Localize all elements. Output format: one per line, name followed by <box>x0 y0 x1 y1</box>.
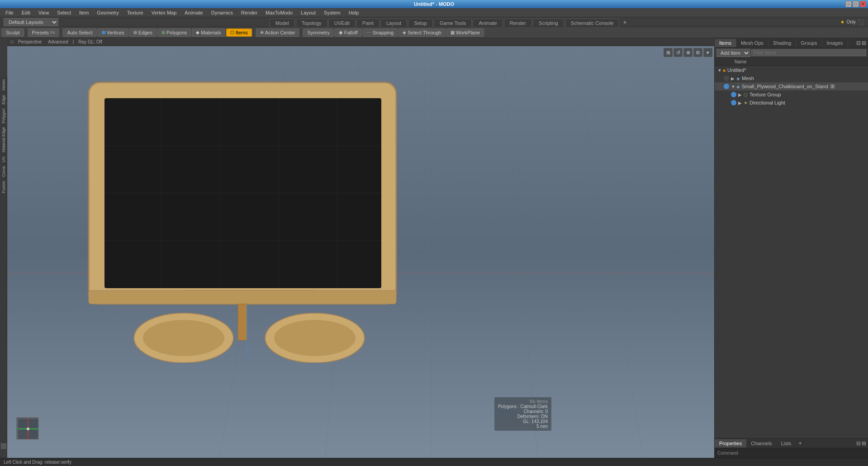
menu-dynamics[interactable]: Dynamics <box>208 9 237 16</box>
tab-game-tools[interactable]: Game Tools <box>434 19 472 27</box>
tab-model[interactable]: Model <box>270 19 295 27</box>
vert-tab-polygon[interactable]: Polygon <box>1 106 6 125</box>
menu-layout[interactable]: Layout <box>297 9 319 16</box>
rb-tab-properties[interactable]: Properties <box>715 439 746 447</box>
menu-help[interactable]: Help <box>345 9 363 16</box>
tab-uvedit[interactable]: UVEdit <box>328 19 356 27</box>
rp-expand-right[interactable]: ⊞ <box>862 40 866 46</box>
vertices-button[interactable]: Vertices <box>98 29 128 37</box>
vp-icon-settings[interactable]: ⚙ <box>693 48 702 57</box>
rp-tab-items[interactable]: Items <box>715 39 736 47</box>
tab-paint[interactable]: Paint <box>356 19 379 27</box>
items-button[interactable]: ⬡ Items <box>226 29 252 37</box>
item-directional-light[interactable]: ▶ ☀ Directional Light <box>715 99 868 107</box>
rp-tab-images[interactable]: Images <box>822 39 848 47</box>
workplane-button[interactable]: ▦ WorkPlane <box>446 29 484 37</box>
expand-untitled[interactable]: ▼ <box>717 68 722 73</box>
rp-expand-left[interactable]: ⊟ <box>856 40 861 46</box>
select-through-button[interactable]: ◈ Select Through <box>398 29 445 37</box>
vp-icon-refresh[interactable]: ↺ <box>674 48 683 57</box>
menu-maxtomodo[interactable]: MaxToModo <box>262 9 296 16</box>
vp-advanced[interactable]: Advanced <box>46 39 70 45</box>
edges-button[interactable]: Edges <box>129 29 157 37</box>
polygons-button[interactable]: Polygons <box>157 29 191 37</box>
minimize-button[interactable]: ─ <box>845 1 852 7</box>
tab-render[interactable]: Render <box>504 19 532 27</box>
rb-tab-channels[interactable]: Channels <box>746 439 776 447</box>
vert-tab-material[interactable]: Material Edge <box>1 125 6 154</box>
action-center-button[interactable]: ⊕ Action Center <box>256 29 299 37</box>
vp-icon-more[interactable]: ▾ <box>703 48 712 57</box>
tab-animate[interactable]: Animate <box>473 19 503 27</box>
vp-ray-gl[interactable]: Ray GL: Off <box>76 39 104 45</box>
rp-tab-groups[interactable]: Groups <box>796 39 822 47</box>
presets-label: Presets <box>32 30 49 35</box>
vis-directional-light[interactable] <box>731 100 736 105</box>
vis-chalkboard[interactable] <box>724 84 729 89</box>
close-button[interactable]: ✕ <box>860 1 866 7</box>
tab-topology[interactable]: Topology <box>296 19 327 27</box>
menu-animate[interactable]: Animate <box>181 9 206 16</box>
vp-perspective[interactable]: Perspective <box>16 39 43 45</box>
vp-icon-camera[interactable]: ⊞ <box>664 48 673 57</box>
expand-icon[interactable]: ⬛ <box>858 19 864 25</box>
rp-tab-mesh-ops[interactable]: Mesh Ops <box>736 39 768 47</box>
vert-tab-fusion[interactable]: Fusion <box>1 179 6 195</box>
item-mesh[interactable]: ▶ ◈ Mesh <box>715 74 868 82</box>
menu-select[interactable]: Select <box>53 9 75 16</box>
menu-edit[interactable]: Edit <box>18 9 34 16</box>
vis-mesh[interactable] <box>724 76 729 81</box>
vert-tab-edge[interactable]: Edge <box>1 93 6 106</box>
menu-view[interactable]: View <box>35 9 53 16</box>
expand-mesh[interactable]: ▶ <box>731 76 735 81</box>
auto-select-button[interactable]: Auto Select <box>63 29 96 37</box>
tab-scripting[interactable]: Scripting <box>533 19 564 27</box>
tab-setup[interactable]: Setup <box>408 19 433 27</box>
filter-items-input[interactable] <box>751 49 866 56</box>
layout-dropdown[interactable]: Default Layouts <box>4 18 58 26</box>
tab-schematic[interactable]: Schematic Console <box>565 19 620 27</box>
viewport[interactable]: ⊞ Perspective Advanced | Ray GL: Off <box>7 38 714 458</box>
vert-bottom-icon[interactable] <box>1 443 6 449</box>
tab-layout[interactable]: Layout <box>380 19 407 27</box>
rb-expand-right[interactable]: ⊞ <box>862 440 866 447</box>
rb-add-tab[interactable]: + <box>796 438 805 448</box>
menu-item[interactable]: Item <box>76 9 92 16</box>
menu-vertex-map[interactable]: Vertex Map <box>148 9 180 16</box>
rp-tab-shading[interactable]: Shading <box>768 39 796 47</box>
menu-render[interactable]: Render <box>237 9 261 16</box>
mesh-label: Mesh <box>742 76 754 81</box>
materials-button[interactable]: ◆ Materials <box>192 29 225 37</box>
item-texture-group[interactable]: ▶ ⬡ Texture Group <box>715 90 868 99</box>
expand-chalkboard[interactable]: ▼ <box>731 84 735 89</box>
presets-button[interactable]: Presets F4 <box>28 29 59 37</box>
vert-tab-vertex[interactable]: Vertex <box>1 77 6 93</box>
stats-gl: GL: 143,104 <box>498 419 548 424</box>
menu-texture[interactable]: Texture <box>123 9 147 16</box>
falloff-button[interactable]: ◉ Falloff <box>335 29 362 37</box>
sculpt-button[interactable]: Sculpt <box>2 29 24 37</box>
viewport-canvas[interactable]: ⊞ ↺ ⊕ ⚙ ▾ No Items Polygons : Catmull-Cl… <box>7 46 714 458</box>
item-untitled[interactable]: ▼ ■ Untitled* <box>715 66 868 74</box>
menu-file[interactable]: File <box>2 9 17 16</box>
rb-tab-lists[interactable]: Lists <box>777 439 796 447</box>
rb-expand-left[interactable]: ⊟ <box>856 440 861 447</box>
maximize-button[interactable]: □ <box>853 1 859 7</box>
snapping-button[interactable]: ⋯ Snapping <box>363 29 398 37</box>
item-chalkboard[interactable]: ▼ ◈ Small_Plywood_Chalkboard_on_Stand 3 <box>715 82 868 90</box>
vp-divider: | <box>73 39 74 44</box>
vp-expand-icon[interactable]: ⊞ <box>10 39 14 44</box>
vp-icon-zoom[interactable]: ⊕ <box>683 48 693 57</box>
add-tab-button[interactable]: + <box>620 17 629 27</box>
expand-texture[interactable]: ▶ <box>738 92 743 97</box>
materials-icon: ◆ <box>196 30 199 35</box>
add-item-dropdown[interactable]: Add Item <box>716 49 750 57</box>
expand-light[interactable]: ▶ <box>738 100 743 105</box>
vp-top-right-icons: ⊞ ↺ ⊕ ⚙ ▾ <box>664 48 712 57</box>
vis-texture-group[interactable] <box>731 92 736 97</box>
menu-geometry[interactable]: Geometry <box>93 9 122 16</box>
vert-tab-uv[interactable]: UV <box>1 154 6 164</box>
vert-tab-curve[interactable]: Curve <box>1 164 6 179</box>
symmetry-button[interactable]: Symmetry <box>303 29 334 37</box>
menu-system[interactable]: System <box>320 9 344 16</box>
